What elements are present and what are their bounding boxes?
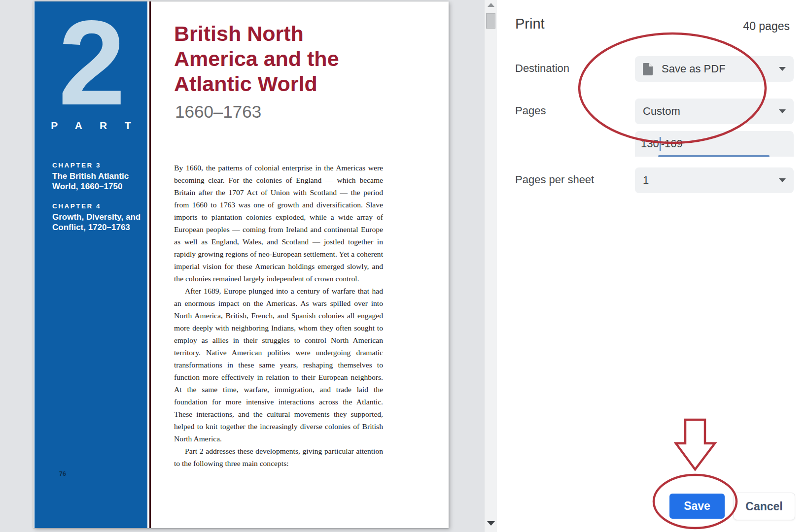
pages-value: Custom (643, 105, 680, 118)
arrow-up-icon (488, 3, 494, 7)
chevron-down-icon (779, 178, 786, 182)
page-range-input[interactable]: 130-169 (635, 131, 794, 157)
destination-label: Destination (515, 62, 569, 75)
chapter-list: CHAPTER 3 The British Atlantic World, 16… (52, 162, 141, 233)
pages-dropdown[interactable]: Custom (635, 99, 794, 124)
chapter-title: The British Atlantic World, 1660–1750 (52, 171, 141, 192)
page-count: 40 pages (743, 20, 790, 33)
scroll-up-button[interactable] (485, 0, 497, 10)
preview-scrollbar[interactable] (485, 0, 497, 532)
chapter-label: CHAPTER 3 (52, 162, 141, 169)
chevron-down-icon (779, 67, 786, 71)
part-sidebar: 2 P A R T CHAPTER 3 The British Atlantic… (35, 1, 147, 528)
save-button[interactable]: Save (669, 494, 725, 519)
text-cursor (660, 137, 661, 151)
part-number: 2 (35, 2, 147, 123)
part-word: P A R T (35, 120, 147, 132)
pages-label: Pages (515, 104, 546, 117)
pdf-file-icon (643, 63, 653, 75)
page-number: 76 (59, 470, 66, 477)
part-title: British NorthAmerica and theAtlantic Wor… (174, 21, 391, 97)
focus-underline (658, 155, 770, 157)
chapter-label: CHAPTER 4 (52, 202, 141, 210)
chapter-title: Growth, Diversity, and Conflict, 1720–17… (52, 212, 141, 233)
panel-title: Print (515, 16, 545, 32)
print-settings-panel: Print 40 pages Destination Save as PDF P… (497, 0, 807, 532)
pages-per-sheet-dropdown[interactable]: 1 (635, 167, 794, 193)
part-title-line: America and the (174, 47, 339, 70)
scroll-down-button[interactable] (485, 518, 497, 528)
page-range-before-cursor: 130 (641, 137, 659, 150)
paragraph: Part 2 addresses these developments, giv… (174, 445, 383, 469)
sidebar-divider-rule (149, 1, 151, 528)
part-subtitle: 1660–1763 (175, 102, 261, 122)
pages-per-sheet-label: Pages per sheet (515, 173, 594, 186)
print-preview-window: 2 P A R T CHAPTER 3 The British Atlantic… (0, 0, 807, 532)
pages-per-sheet-value: 1 (643, 174, 649, 187)
chevron-down-icon (779, 109, 786, 113)
paragraph: After 1689, Europe plunged into a centur… (174, 285, 383, 445)
document-page-preview: 2 P A R T CHAPTER 3 The British Atlantic… (34, 1, 449, 528)
cancel-button[interactable]: Cancel (733, 493, 795, 520)
part-title-line: British North (174, 22, 304, 45)
destination-dropdown[interactable]: Save as PDF (635, 56, 794, 82)
paragraph: By 1660, the patterns of colonial enterp… (174, 162, 383, 285)
page-range-after-cursor: -169 (661, 137, 683, 150)
body-text: By 1660, the patterns of colonial enterp… (174, 162, 383, 469)
arrow-down-icon (487, 521, 495, 526)
destination-value: Save as PDF (662, 63, 726, 75)
scrollbar-thumb[interactable] (486, 13, 495, 29)
part-title-line: Atlantic World (174, 72, 317, 96)
